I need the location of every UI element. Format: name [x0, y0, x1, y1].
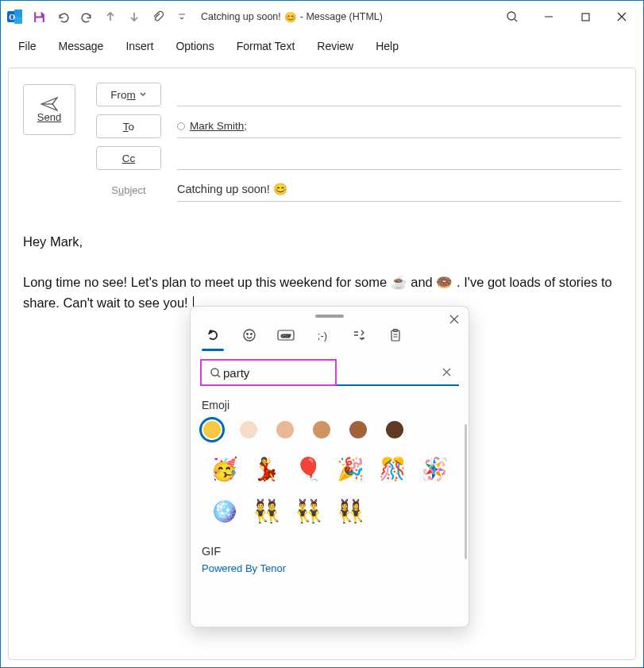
to-button[interactable]: To — [96, 114, 161, 138]
menu-message[interactable]: Message — [48, 35, 115, 57]
skin-tone-option[interactable] — [313, 421, 330, 438]
picker-tabs: GIF ;-) — [199, 321, 461, 345]
to-label: To — [123, 121, 134, 133]
emoji-grid: 🥳💃🎈🎉🎊🪅🪩👯👯‍♂️👯‍♀️ — [199, 442, 461, 524]
minimize-button[interactable] — [530, 4, 567, 29]
menu-help[interactable]: Help — [364, 35, 410, 57]
next-item-icon[interactable] — [123, 6, 145, 28]
svg-point-6 — [507, 12, 515, 20]
svg-rect-2 — [14, 10, 22, 17]
svg-rect-7 — [582, 14, 589, 21]
from-button[interactable]: From — [96, 83, 161, 106]
scrollbar[interactable] — [465, 424, 467, 559]
emoji-result[interactable]: 🪅 — [414, 456, 456, 482]
message-body[interactable]: Hey Mark, Long time no see! Let's plan t… — [23, 232, 621, 313]
clear-search-icon[interactable] — [442, 368, 451, 376]
svg-text:O: O — [9, 13, 15, 21]
body-text-a: Long time no see! Let's plan to meet up … — [23, 275, 391, 289]
undo-icon[interactable] — [52, 6, 74, 28]
tab-emoji[interactable] — [240, 326, 259, 345]
chevron-down-icon — [139, 91, 147, 98]
emoji-result[interactable]: 🎊 — [372, 456, 414, 482]
to-field[interactable]: Mark Smith ; — [177, 114, 621, 138]
svg-point-8 — [209, 330, 212, 333]
app-icon: O — [4, 6, 26, 28]
svg-point-9 — [244, 330, 255, 341]
emoji-result[interactable]: 💃 — [245, 456, 287, 482]
close-icon[interactable] — [449, 315, 459, 324]
svg-point-10 — [247, 334, 249, 335]
cc-field[interactable] — [177, 146, 621, 170]
skin-tone-option[interactable] — [240, 421, 257, 438]
emoji-result[interactable]: 👯 — [245, 498, 287, 524]
maximize-button[interactable] — [567, 4, 604, 29]
skin-tone-option[interactable] — [276, 421, 294, 438]
menu-file[interactable]: File — [7, 35, 48, 57]
search-icon — [210, 367, 222, 379]
picker-search-box[interactable] — [200, 359, 337, 386]
body-text-mid: and — [411, 275, 436, 289]
close-button[interactable] — [604, 4, 640, 29]
section-emoji-label: Emoji — [202, 399, 457, 411]
send-button[interactable]: Send — [23, 84, 75, 135]
search-icon[interactable] — [494, 4, 530, 29]
window-title-text-b: - Message (HTML) — [300, 11, 383, 22]
subject-field[interactable]: Catching up soon! 😊 — [177, 178, 621, 202]
emoji-result[interactable]: 👯‍♂️ — [287, 498, 330, 524]
emoji-result[interactable]: 🎉 — [330, 456, 372, 482]
emoji-result[interactable]: 🎈 — [287, 456, 330, 482]
menu-format-text[interactable]: Format Text — [226, 35, 307, 57]
subject-label: Subject — [96, 178, 161, 202]
picker-search-input[interactable] — [222, 365, 309, 380]
donut-emoji: 🍩 — [436, 275, 453, 289]
menu-review[interactable]: Review — [306, 35, 364, 57]
skin-tone-option[interactable] — [386, 421, 403, 438]
menu-bar: File Message Insert Options Format Text … — [1, 33, 643, 60]
recipient-name: Mark Smith — [190, 120, 244, 132]
window-title-emoji: 😊 — [284, 11, 297, 23]
menu-options[interactable]: Options — [164, 35, 225, 57]
title-bar: O Catching up soon! 😊 - Message (HTML) — [1, 1, 643, 33]
tab-symbols[interactable] — [349, 326, 368, 345]
tab-recent[interactable] — [203, 326, 222, 345]
qat-overflow-icon[interactable] — [171, 6, 193, 28]
cc-label: Cc — [122, 153, 136, 164]
recipient-chip[interactable]: Mark Smith — [177, 120, 244, 132]
body-greeting: Hey Mark, — [23, 232, 621, 253]
tab-gif[interactable]: GIF — [276, 326, 295, 345]
svg-point-11 — [251, 334, 253, 335]
emoji-result[interactable]: 🪩 — [203, 498, 245, 524]
emoji-picker-panel: GIF ;-) Emoji 🥳💃🎈🎉🎊🪅🪩👯👯‍♂️👯‍♀️ GIF Power… — [190, 306, 469, 627]
drag-handle[interactable] — [315, 315, 344, 318]
tab-clipboard[interactable] — [386, 326, 405, 345]
svg-point-16 — [211, 369, 218, 376]
emoji-result[interactable]: 🥳 — [203, 456, 245, 482]
picker-search-row — [200, 359, 459, 386]
from-field[interactable] — [177, 83, 621, 106]
cc-button[interactable]: Cc — [96, 146, 161, 170]
from-label: From — [110, 89, 136, 101]
skin-tone-option[interactable] — [203, 421, 221, 438]
emoji-result[interactable]: 👯‍♀️ — [330, 498, 372, 524]
send-label: Send — [37, 111, 61, 123]
window-title: Catching up soon! 😊 - Message (HTML) — [201, 11, 383, 23]
coffee-emoji: ☕ — [391, 275, 407, 289]
attach-icon[interactable] — [147, 6, 169, 28]
skin-tone-option[interactable] — [349, 421, 367, 438]
redo-icon[interactable] — [75, 6, 98, 28]
window-title-text-a: Catching up soon! — [201, 11, 281, 22]
menu-insert[interactable]: Insert — [114, 35, 164, 57]
skin-tone-row — [199, 419, 461, 442]
previous-item-icon[interactable] — [99, 6, 121, 28]
svg-rect-4 — [36, 12, 40, 16]
section-gif-label: GIF — [202, 545, 457, 558]
tab-kaomoji[interactable]: ;-) — [313, 326, 332, 345]
powered-by-tenor[interactable]: Powered By Tenor — [202, 562, 457, 574]
svg-rect-5 — [36, 17, 43, 21]
svg-text:GIF: GIF — [281, 333, 291, 339]
presence-icon — [177, 122, 185, 130]
save-icon[interactable] — [28, 6, 50, 28]
subject-value: Catching up soon! 😊 — [177, 183, 287, 196]
